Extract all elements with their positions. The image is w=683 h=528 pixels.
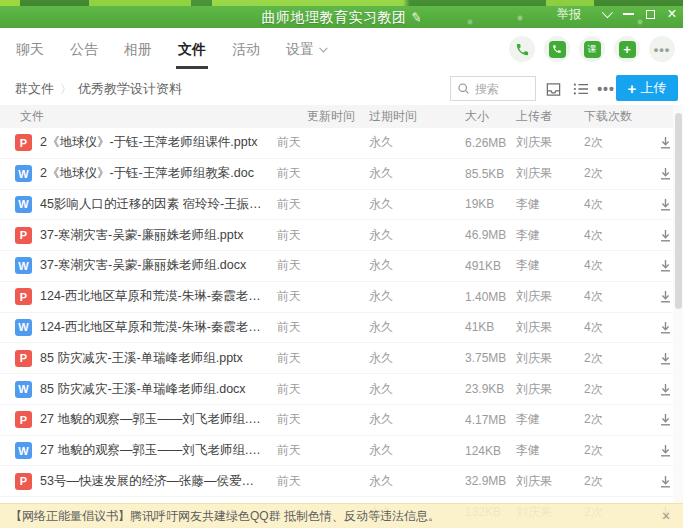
file-downloads: 2次 xyxy=(577,134,647,151)
more-button[interactable]: ••• xyxy=(649,36,675,62)
file-name[interactable]: 124-西北地区草原和荒漠-朱琳-秦霞老师组.docx xyxy=(40,319,269,336)
file-name[interactable]: 27 地貌的观察—郭玉——刘飞老师组.docx xyxy=(40,442,269,459)
plus-icon: + xyxy=(628,81,637,96)
notice-text: 【网络正能量倡议书】腾讯呼吁网友共建绿色QQ群 抵制色情、反动等违法信息。 xyxy=(0,508,655,525)
ellipsis-icon: ••• xyxy=(597,81,615,97)
file-size: 4.17MB xyxy=(451,413,513,427)
breadcrumb-separator: 〉 xyxy=(60,81,72,98)
breadcrumb-current: 优秀教学设计资料 xyxy=(78,80,182,98)
banner-close-button[interactable]: × xyxy=(655,505,677,527)
search-input[interactable] xyxy=(475,82,531,96)
download-icon[interactable] xyxy=(659,259,672,272)
download-icon[interactable] xyxy=(659,413,672,426)
tab-chat[interactable]: 聊天 xyxy=(15,29,45,71)
download-manager-button[interactable] xyxy=(541,77,565,101)
close-button[interactable]: × xyxy=(661,0,683,28)
tab-announcement[interactable]: 公告 xyxy=(69,29,99,71)
minimize-icon xyxy=(623,13,634,15)
table-row[interactable]: P 53号—快速发展的经济—张藤—侯爱玲老师组.... 前天 永久 32.9MB… xyxy=(0,466,683,497)
download-icon[interactable] xyxy=(659,198,672,211)
more-dots-icon: ••• xyxy=(654,42,671,57)
download-icon[interactable] xyxy=(659,229,672,242)
file-downloads: 4次 xyxy=(577,288,647,305)
table-row[interactable]: P 85 防灾减灾-王溪-单瑞峰老师组.pptx 前天 永久 3.75MB 刘庆… xyxy=(0,343,683,374)
header-size: 大小 xyxy=(451,108,513,125)
class-button[interactable]: 课 xyxy=(579,36,605,62)
report-button[interactable]: 举报 xyxy=(557,6,581,23)
share-post-button[interactable]: + xyxy=(614,36,640,62)
call-buttons: 课 + ••• xyxy=(500,36,675,62)
minimize-button[interactable] xyxy=(617,0,639,28)
table-row[interactable]: W 27 地貌的观察—郭玉——刘飞老师组.docx 前天 永久 124KB 李健… xyxy=(0,436,683,467)
file-downloads: 2次 xyxy=(577,350,647,367)
file-name[interactable]: 37-寒潮灾害-吴蒙-廉丽姝老师组.docx xyxy=(40,257,252,274)
table-row[interactable]: P 27 地貌的观察—郭玉——刘飞老师组.pptx 前天 永久 4.17MB 李… xyxy=(0,405,683,436)
breadcrumb-root[interactable]: 群文件 xyxy=(15,80,54,98)
file-expires: 永久 xyxy=(359,473,451,490)
file-size: 23.9KB xyxy=(451,382,513,396)
file-downloads: 2次 xyxy=(577,381,647,398)
file-name[interactable]: 37-寒潮灾害-吴蒙-廉丽姝老师组.pptx xyxy=(40,227,250,244)
download-icon[interactable] xyxy=(659,475,672,488)
table-row[interactable]: W 45影响人口的迁移的因素 宿玲玲-王振海.docx 前天 永久 19KB 李… xyxy=(0,190,683,221)
file-size: 3.75MB xyxy=(451,351,513,365)
window-title: 曲师地理教育实习教团 xyxy=(262,9,407,25)
file-list: P 2《地球仪》-于钰-王萍老师组课件.pptx 前天 永久 6.26MB 刘庆… xyxy=(0,128,683,528)
edit-title-icon[interactable]: ✎ xyxy=(409,9,422,26)
file-uploader: 刘庆果 xyxy=(513,165,577,182)
video-call-button[interactable] xyxy=(544,36,570,62)
class-icon: 课 xyxy=(584,41,601,58)
file-type-icon: W xyxy=(15,165,32,182)
file-downloads: 4次 xyxy=(577,257,647,274)
scrollbar[interactable] xyxy=(673,105,683,528)
file-expires: 永久 xyxy=(359,257,451,274)
list-view-button[interactable] xyxy=(569,77,593,101)
file-uploader: 李健 xyxy=(513,411,577,428)
file-name[interactable]: 45影响人口的迁移的因素 宿玲玲-王振海.docx xyxy=(40,196,269,213)
file-name[interactable]: 2《地球仪》-于钰-王萍老师组课件.pptx xyxy=(40,134,263,151)
table-row[interactable]: P 37-寒潮灾害-吴蒙-廉丽姝老师组.pptx 前天 永久 46.9MB 李健… xyxy=(0,220,683,251)
upload-button[interactable]: + 上传 xyxy=(616,75,678,101)
file-type-icon: P xyxy=(15,411,32,428)
download-icon[interactable] xyxy=(659,167,672,180)
file-type-icon: P xyxy=(15,227,32,244)
file-size: 19KB xyxy=(451,197,513,211)
tab-activity[interactable]: 活动 xyxy=(231,29,261,71)
download-icon[interactable] xyxy=(659,352,672,365)
chevron-down-icon xyxy=(602,7,613,18)
tab-album[interactable]: 相册 xyxy=(123,29,153,71)
download-icon[interactable] xyxy=(659,321,672,334)
file-name[interactable]: 53号—快速发展的经济—张藤—侯爱玲老师组.... xyxy=(40,473,269,490)
table-row[interactable]: W 37-寒潮灾害-吴蒙-廉丽姝老师组.docx 前天 永久 491KB 李健 … xyxy=(0,251,683,282)
header-uploader: 上传者 xyxy=(513,108,577,125)
tab-bar: 聊天 公告 相册 文件 活动 设置 xyxy=(15,28,350,72)
collapse-button[interactable] xyxy=(595,0,617,28)
table-header: 文件 更新时间 过期时间 大小 上传者 下载次数 xyxy=(0,105,683,128)
download-icon[interactable] xyxy=(659,290,672,303)
file-size: 6.26MB xyxy=(451,136,513,150)
table-row[interactable]: W 124-西北地区草原和荒漠-朱琳-秦霞老师组.docx 前天 永久 41KB… xyxy=(0,313,683,344)
file-name[interactable]: 2《地球仪》-于钰-王萍老师组教案.doc xyxy=(40,165,260,182)
table-row[interactable]: W 85 防灾减灾-王溪-单瑞峰老师组.docx 前天 永久 23.9KB 刘庆… xyxy=(0,374,683,405)
file-downloads: 4次 xyxy=(577,319,647,336)
scrollbar-thumb[interactable] xyxy=(675,113,682,309)
file-size: 124KB xyxy=(451,444,513,458)
table-row[interactable]: W 2《地球仪》-于钰-王萍老师组教案.doc 前天 永久 85.5KB 刘庆果… xyxy=(0,159,683,190)
search-box[interactable] xyxy=(450,76,536,101)
file-name[interactable]: 85 防灾减灾-王溪-单瑞峰老师组.docx xyxy=(40,381,252,398)
voice-call-button[interactable] xyxy=(509,36,535,62)
table-row[interactable]: P 2《地球仪》-于钰-王萍老师组课件.pptx 前天 永久 6.26MB 刘庆… xyxy=(0,128,683,159)
file-name[interactable]: 124-西北地区草原和荒漠-朱琳-秦霞老师组.pptx xyxy=(40,288,269,305)
file-type-icon: W xyxy=(15,381,32,398)
download-icon[interactable] xyxy=(659,444,672,457)
tab-settings[interactable]: 设置 xyxy=(285,29,326,71)
table-row[interactable]: P 124-西北地区草原和荒漠-朱琳-秦霞老师组.pptx 前天 永久 1.40… xyxy=(0,282,683,313)
download-icon[interactable] xyxy=(659,383,672,396)
toolbar-more-button[interactable]: ••• xyxy=(594,77,618,101)
file-name[interactable]: 85 防灾减灾-王溪-单瑞峰老师组.pptx xyxy=(40,350,249,367)
file-name[interactable]: 27 地貌的观察—郭玉——刘飞老师组.pptx xyxy=(40,411,269,428)
download-icon[interactable] xyxy=(659,136,672,149)
tab-files[interactable]: 文件 xyxy=(177,29,207,71)
file-size: 491KB xyxy=(451,259,513,273)
maximize-button[interactable] xyxy=(639,0,661,28)
